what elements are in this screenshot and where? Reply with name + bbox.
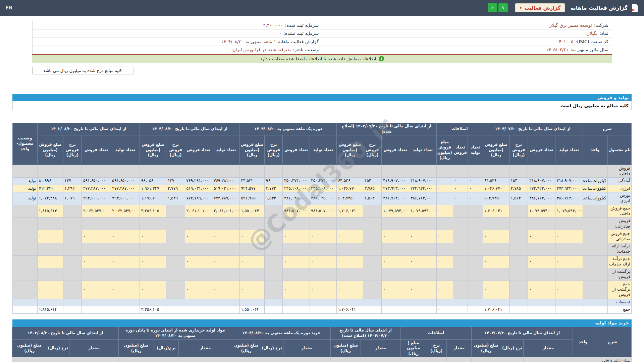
cell	[447, 357, 471, 362]
cell	[166, 218, 185, 230]
column-header: نرخ فروش (ریال)	[264, 135, 282, 165]
info-value[interactable]: بگیلان	[586, 31, 597, 36]
cell	[409, 165, 436, 178]
cell	[264, 268, 282, 281]
cell	[140, 243, 166, 255]
cell: ۱,۰۷۹,۵۹۴,۰۰۰	[382, 205, 409, 218]
info-value[interactable]: ۴۰۱۰۰۵	[559, 39, 573, 44]
cell	[583, 255, 607, 268]
cell: ۱,۸۶۵,۶۱۴	[38, 306, 63, 313]
column-header: نرخ فروش (ریال)	[166, 135, 185, 165]
cell	[453, 281, 468, 299]
cell: ۱,۵۳۳	[264, 192, 282, 205]
column-header: تعداد فروش	[283, 135, 310, 165]
cell	[140, 165, 166, 178]
cell: تولید	[12, 177, 37, 185]
cell: ۲۷۳,۹۲۳,۰۰۰	[528, 185, 555, 192]
cell: ۴۱۸,۹۰۷,۰۰۰	[382, 177, 409, 185]
cell	[409, 218, 436, 230]
cell	[12, 255, 37, 268]
cell	[555, 299, 583, 306]
cell: ۲,۰۶۱,۱۰۱,۰۰۰	[212, 205, 240, 218]
column-group-header: از ابتدای سال مالی تا تاریخ ۱۴۰۴/۰۷/۳۰ (…	[330, 327, 400, 339]
cell: ۰	[468, 185, 483, 192]
column-header: مبلغ فروش (میلیون ریال)	[38, 135, 63, 165]
cell: ۰	[528, 255, 555, 268]
cell	[264, 243, 282, 255]
cell: ۸۰,۹۹۶	[38, 177, 63, 185]
nav-arrow-left-button[interactable]: ‹	[488, 3, 497, 12]
nav-arrow-right-button[interactable]: ›	[498, 3, 508, 12]
cell: ۵۹۱,۶۵۰,۰۰۰	[82, 177, 111, 185]
cell: ۰	[82, 281, 111, 299]
column-header: نرخ فروش (ریال)	[363, 135, 382, 165]
cell: تولید	[12, 185, 37, 192]
cell	[409, 268, 436, 281]
cell: کیلووات‌ساعت	[583, 192, 607, 205]
cell	[409, 299, 436, 306]
column-group-header: از ابتدای سال مالی تا تاریخ ۱۴۰۳/۰۸/۳۰	[38, 123, 140, 135]
cell	[509, 299, 528, 306]
column-header: تعداد فروش	[82, 135, 111, 165]
cell: ۰	[409, 281, 436, 299]
cell: ۳۸۶,۰۲۵,۰۰۰	[310, 192, 336, 205]
cell	[166, 281, 185, 299]
cell	[212, 243, 240, 255]
cell: ۰	[336, 299, 363, 306]
cell: ۱,۴۹۲	[63, 185, 82, 192]
cell	[468, 255, 483, 268]
table-row: جمع فروش صادراتی۰۰۰۰۰۰۰۰۰۰۰۰۰۰۰۰	[12, 230, 632, 243]
info-value[interactable]: ۱ ماهه	[264, 39, 276, 44]
cell: ۰	[111, 281, 140, 299]
cell: ۰	[453, 185, 468, 192]
cell	[12, 306, 37, 313]
cell	[509, 218, 528, 230]
cell: ۵۹۱,۹۶۵	[239, 192, 264, 205]
cell: کیلووات‌ساعت	[583, 185, 607, 192]
cell	[471, 357, 501, 362]
info-value[interactable]: ۴,۳۰۰,۰۰۰	[263, 23, 283, 28]
cell	[483, 268, 509, 281]
cell	[154, 357, 178, 362]
cell	[111, 165, 140, 178]
cell: ۰	[483, 255, 509, 268]
cell	[583, 281, 607, 299]
cell	[178, 357, 232, 362]
info-value[interactable]: توسعه مسیر برق گیلان	[549, 23, 592, 28]
cell: ۱,۷۰۶,۰۴۱	[483, 205, 509, 218]
info-value[interactable]: ۰	[279, 31, 281, 36]
cell: ۱۵۴	[509, 177, 528, 185]
cell: ۳۵۰,۳۷۴,۰۰۰	[310, 177, 336, 185]
cell	[140, 268, 166, 281]
add-report-icon[interactable]	[632, 4, 638, 12]
cell	[239, 218, 264, 230]
cell: ۴۱۸,۹۰۷,۰۰۰	[555, 177, 583, 185]
cell	[82, 306, 111, 313]
column-header: واحد	[583, 135, 607, 165]
cell	[583, 218, 607, 230]
report-type-dropdown[interactable]: گزارش فعالیت ▾	[515, 3, 565, 12]
cell	[283, 306, 310, 313]
column-header: نرخ (ریال)	[426, 340, 447, 357]
cell: ۵۱۹,۰۳۱,۰۰۰	[185, 185, 212, 192]
cell: ۶۴,۵۳۶	[336, 177, 363, 185]
info-value[interactable]: پذیرفته شده در فرابورس ایران	[232, 47, 291, 52]
row-label: جمع	[607, 306, 632, 313]
column-header: تعداد تولید	[310, 135, 336, 165]
cell: ۱,۹۶۱,۳۴۷	[140, 185, 166, 192]
section-row: فروش صادراتی:	[12, 218, 632, 230]
cell: ۳۳,۵۲۲	[239, 177, 264, 185]
column-header: تعداد تولید	[468, 135, 483, 165]
cell: ۵۱۹,۰۳۱,۰۰۰	[212, 185, 240, 192]
cell: ۱۲۷	[166, 177, 185, 185]
column-group-header: از ابتدای سال مالی تا تاریخ ۱۴۰۴/۰۷/۳۰	[471, 327, 573, 339]
cell	[453, 268, 468, 281]
info-value[interactable]: ۱۴۰۴/۰۸/۳۰	[221, 39, 244, 44]
column-group-header: اصلاحات	[401, 327, 472, 339]
info-value[interactable]: ۱۴۰۵/۰۶/۳۱	[546, 47, 569, 52]
cell	[483, 218, 509, 230]
cell: ۴۷۷,۲۸۷,۰۰۰	[82, 185, 111, 192]
cell	[310, 268, 336, 281]
language-toggle[interactable]: EN	[6, 5, 12, 10]
cell	[363, 218, 382, 230]
